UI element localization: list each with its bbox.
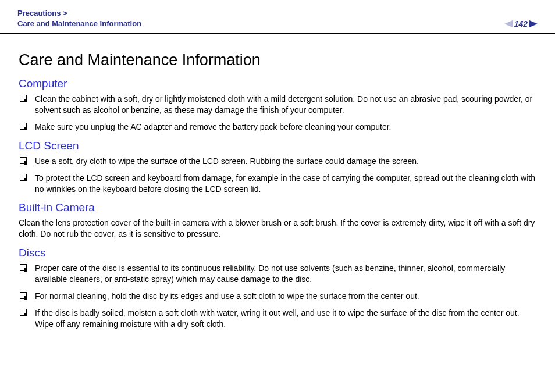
list-item: Proper care of the disc is essential to …: [19, 263, 538, 285]
checkbox-bullet-icon: [20, 95, 27, 102]
next-page-arrow-icon[interactable]: [529, 20, 538, 27]
list-item-text: Make sure you unplug the AC adapter and …: [35, 122, 538, 133]
list-item-text: Use a soft, dry cloth to wipe the surfac…: [35, 156, 538, 167]
svg-marker-0: [504, 20, 513, 27]
checkbox-bullet-icon: [20, 123, 27, 130]
section-heading-discs: Discs: [19, 247, 538, 259]
page-header: Precautions > Care and Maintenance Infor…: [0, 0, 555, 34]
breadcrumb-parent: Precautions >: [17, 8, 141, 19]
prev-page-arrow-icon[interactable]: [504, 20, 513, 27]
page-title: Care and Maintenance Information: [19, 51, 538, 69]
checkbox-bullet-icon: [20, 292, 27, 299]
page-navigator: 142: [504, 19, 538, 28]
section-heading-camera: Built-in Camera: [19, 201, 538, 214]
list-item-text: For normal cleaning, hold the disc by it…: [35, 291, 538, 302]
list-lcd: Use a soft, dry cloth to wipe the surfac…: [19, 156, 538, 195]
checkbox-bullet-icon: [20, 157, 27, 164]
page-number: 142: [514, 19, 528, 28]
list-item-text: Proper care of the disc is essential to …: [35, 263, 538, 285]
checkbox-bullet-icon: [20, 174, 27, 181]
checkbox-bullet-icon: [20, 309, 27, 316]
list-item-text: If the disc is badly soiled, moisten a s…: [35, 308, 538, 330]
paragraph-camera: Clean the lens protection cover of the b…: [19, 218, 538, 240]
list-item-text: To protect the LCD screen and keyboard f…: [35, 173, 538, 195]
list-item-text: Clean the cabinet with a soft, dry or li…: [35, 94, 538, 116]
list-computer: Clean the cabinet with a soft, dry or li…: [19, 94, 538, 133]
list-item: Use a soft, dry cloth to wipe the surfac…: [19, 156, 538, 167]
svg-marker-1: [529, 20, 538, 27]
checkbox-bullet-icon: [20, 264, 27, 271]
page-content: Care and Maintenance Information Compute…: [0, 34, 555, 347]
breadcrumb-current: Care and Maintenance Information: [17, 19, 141, 29]
list-item: If the disc is badly soiled, moisten a s…: [19, 308, 538, 330]
list-item: Make sure you unplug the AC adapter and …: [19, 122, 538, 133]
list-item: Clean the cabinet with a soft, dry or li…: [19, 94, 538, 116]
list-item: To protect the LCD screen and keyboard f…: [19, 173, 538, 195]
section-heading-computer: Computer: [19, 77, 538, 90]
list-discs: Proper care of the disc is essential to …: [19, 263, 538, 329]
breadcrumb: Precautions > Care and Maintenance Infor…: [17, 8, 141, 28]
list-item: For normal cleaning, hold the disc by it…: [19, 291, 538, 302]
section-heading-lcd: LCD Screen: [19, 140, 538, 152]
